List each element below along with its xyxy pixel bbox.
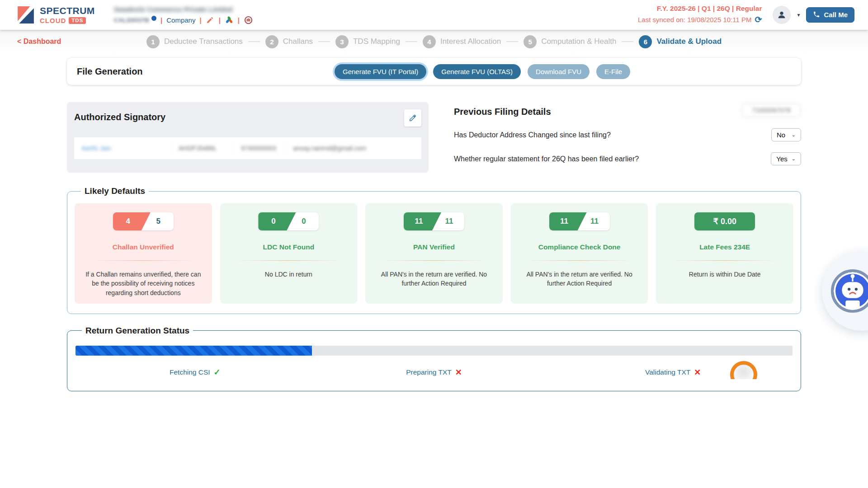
logo-mark-icon (15, 5, 36, 24)
amount-badge: ₹ 0.00 (694, 212, 755, 230)
cross-icon: ✕ (694, 367, 701, 377)
dashboard-back-link[interactable]: < Dashboard (17, 38, 61, 46)
progress-bar (75, 346, 793, 356)
file-generation-card: File Generation Generate FVU (IT Portal)… (67, 58, 801, 85)
progress-fill (75, 346, 312, 356)
refresh-icon[interactable]: ⟳ (755, 14, 762, 26)
ratio-badge: 4 5 (113, 212, 174, 230)
signatory-email: anvay.narend@gmail.com (286, 141, 421, 155)
previous-filing-title: Previous Filing Details (454, 104, 551, 117)
status-preparing-txt: Preparing TXT ✕ (315, 367, 554, 377)
call-me-button[interactable]: Call Me (806, 7, 854, 23)
previous-filing-panel: Previous Filing Details 71000067078 Has … (454, 102, 801, 173)
file-generation-title: File Generation (77, 66, 143, 77)
download-fvu-button[interactable]: Download FVU (528, 64, 590, 79)
filing-info: F.Y. 2025-26 | Q1 | 26Q | Regular (638, 4, 762, 14)
robot-face-icon (834, 272, 868, 310)
authorized-signatory-panel: Authorized Signatory Aarthi Jain AHDPJ54… (67, 102, 429, 173)
chevron-down-icon: ⌄ (792, 132, 796, 138)
app-header: SPECTRUM CLOUD TDS Swadeshi Commerce Pri… (0, 0, 868, 30)
person-icon (777, 10, 787, 20)
ldc-not-found-card[interactable]: 0 0 LDC Not Found No LDC in return (220, 203, 358, 304)
brand-cloud: CLOUD (40, 17, 66, 24)
step-validate-upload[interactable]: 6 Validate & Upload (639, 35, 722, 48)
regular-statement-select[interactable]: Yes ⌄ (771, 152, 801, 165)
address-changed-question: Has Deductor Address Changed since last … (454, 131, 611, 139)
brand-name: SPECTRUM (40, 5, 95, 16)
edit-signatory-button[interactable] (404, 109, 421, 127)
return-generation-status-section: Return Generation Status Fetching CSI ✓ … (67, 326, 801, 391)
traces-icon[interactable] (225, 16, 234, 25)
signatory-row[interactable]: Aarthi Jain AHDPJ5486L 9740000003 anvay.… (74, 137, 421, 159)
step-deductee-transactions[interactable]: 1 Deductee Transactions (146, 35, 243, 48)
chatbot-icon[interactable] (831, 269, 868, 313)
generate-fvu-oltas-button[interactable]: Generate FVU (OLTAS) (433, 64, 521, 79)
return-status-legend: Return Generation Status (82, 326, 193, 336)
edit-company-icon[interactable] (206, 16, 215, 25)
compliance-check-card[interactable]: 11 11 Compliance Check Done All PAN's in… (511, 203, 648, 304)
likely-defaults-legend: Likely Defaults (81, 186, 149, 196)
pan-verified-card[interactable]: 11 11 PAN Verified All PAN's in the retu… (365, 203, 503, 304)
company-name: Swadeshi Commerce Private Limited (114, 5, 253, 13)
authorized-signatory-title: Authorized Signatory (74, 109, 165, 122)
company-link[interactable]: Company (166, 16, 195, 24)
regular-statement-question: Whether regular statement for 26Q has be… (454, 155, 639, 163)
step-challans[interactable]: 2 Challans (265, 35, 313, 48)
step-tds-mapping[interactable]: 3 TDS Mapping (335, 35, 400, 48)
step-interest-allocation[interactable]: 4 Interest Allocation (423, 35, 501, 48)
status-fetching-csi: Fetching CSI ✓ (75, 367, 315, 377)
late-fees-card[interactable]: ₹ 0.00 Late Fees 234E Return is within D… (656, 203, 793, 304)
chevron-down-icon: ⌄ (792, 156, 796, 162)
chat-widget[interactable] (822, 251, 868, 331)
company-tan: CALS0037B (114, 17, 149, 23)
user-avatar[interactable] (773, 6, 791, 24)
pencil-icon (409, 114, 417, 122)
chevron-down-icon[interactable]: ▾ (797, 12, 800, 18)
loading-spinner (729, 361, 760, 379)
cross-icon: ✕ (455, 367, 462, 377)
signatory-pan: AHDPJ5486L (171, 141, 234, 155)
likely-defaults-section: Likely Defaults 4 5 Challan Unverified I… (67, 186, 801, 314)
previous-token-field[interactable]: 71000067078 (741, 103, 801, 117)
challan-unverified-card[interactable]: 4 5 Challan Unverified If a Challan rema… (75, 203, 212, 304)
spinner-ring-icon (730, 361, 757, 379)
ratio-badge: 11 11 (549, 212, 610, 230)
app-logo: SPECTRUM CLOUD TDS (15, 5, 95, 24)
address-changed-select[interactable]: No ⌄ (771, 128, 801, 141)
signatory-name: Aarthi Jain (74, 141, 171, 155)
check-icon: ✓ (214, 367, 221, 377)
stepper-bar: < Dashboard 1 Deductee Transactions 2 Ch… (0, 30, 868, 53)
brand-tds-badge: TDS (69, 17, 86, 24)
phone-icon (813, 11, 820, 18)
efile-button[interactable]: E-File (596, 64, 630, 79)
signatory-phone: 9740000003 (234, 141, 286, 155)
ratio-badge: 0 0 (258, 212, 319, 230)
step-computation-health[interactable]: 5 Computation & Health (524, 35, 616, 48)
income-tax-dept-icon[interactable] (244, 16, 253, 25)
generate-fvu-it-portal-button[interactable]: Generate FVU (IT Portal) (335, 64, 426, 79)
last-synced: Last synced on: 19/08/2025 10:11 PM (638, 15, 752, 25)
ratio-badge: 11 11 (404, 212, 464, 230)
company-block: Swadeshi Commerce Private Limited CALS00… (114, 5, 253, 25)
verified-dot-icon (151, 16, 156, 21)
